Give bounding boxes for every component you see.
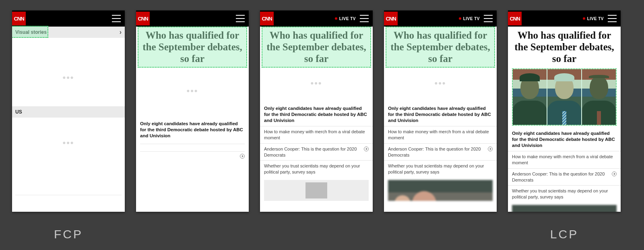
- story-link[interactable]: How to make money with merch from a vira…: [508, 151, 621, 168]
- live-tv-link[interactable]: LIVE TV: [335, 17, 356, 21]
- story-link[interactable]: Whether you trust scientists may depend …: [260, 160, 373, 178]
- live-dot-icon: [459, 17, 461, 20]
- story-text: How to make money with merch from a vira…: [512, 154, 617, 166]
- header-actions: LIVE TV: [335, 15, 369, 22]
- story-text: Whether you trust scientists may depend …: [264, 163, 369, 175]
- article-subhead[interactable]: Only eight candidates have already quali…: [260, 103, 373, 126]
- live-dot-icon: [335, 17, 337, 20]
- header-actions: [112, 15, 121, 22]
- chevron-right-icon: ›: [120, 29, 122, 36]
- live-tv-label: LIVE TV: [463, 17, 480, 21]
- story-link[interactable]: Anderson Cooper: This is the question fo…: [508, 168, 621, 186]
- brand-logo[interactable]: CNN: [136, 12, 150, 25]
- fcp-highlight: [12, 26, 48, 38]
- app-header: CNN: [12, 10, 125, 27]
- live-tv-label: LIVE TV: [339, 17, 356, 21]
- menu-icon[interactable]: [112, 15, 121, 22]
- frame-2: CNN Who has qualified for the September …: [136, 10, 249, 212]
- story-image[interactable]: [388, 180, 493, 201]
- live-tv-link[interactable]: LIVE TV: [583, 17, 604, 21]
- article-subhead[interactable]: Only eight candidates have already quali…: [508, 128, 621, 151]
- metric-caption: LCP: [508, 227, 621, 241]
- story-text: Whether you trust scientists may depend …: [388, 163, 493, 175]
- story-link[interactable]: Anderson Cooper: This is the question fo…: [384, 143, 497, 161]
- story-text: Whether you trust scientists may depend …: [512, 188, 617, 200]
- live-tv-label: LIVE TV: [587, 17, 604, 21]
- story-link[interactable]: Whether you trust scientists may depend …: [508, 185, 621, 202]
- menu-icon[interactable]: [608, 15, 617, 22]
- menu-icon[interactable]: [236, 15, 245, 22]
- loading-dots-icon: •••: [310, 79, 322, 91]
- loading-dots-icon: •••: [434, 79, 446, 91]
- frame-3: CNN LIVE TV Who has qualified for the Se…: [260, 10, 373, 212]
- story-link[interactable]: Whether you trust scientists may depend …: [384, 160, 497, 178]
- story-text: Anderson Cooper: This is the question fo…: [264, 146, 362, 158]
- header-actions: LIVE TV: [583, 15, 617, 22]
- video-play-icon: [488, 147, 493, 151]
- candidate-photo: [582, 69, 616, 125]
- article-subhead[interactable]: Only eight candidates have already quali…: [384, 103, 497, 126]
- placeholder-icon: [305, 182, 327, 198]
- frame-1: CNN Visual stories › ••• US •••: [12, 10, 125, 212]
- frame-4: CNN LIVE TV Who has qualified for the Se…: [384, 10, 497, 212]
- article-headline[interactable]: Who has qualified for the September deba…: [508, 27, 621, 67]
- hero-image[interactable]: [512, 68, 617, 126]
- brand-logo[interactable]: CNN: [12, 12, 26, 25]
- app-header: CNN: [136, 10, 249, 27]
- header-actions: [236, 15, 245, 22]
- candidate-photo: [547, 69, 581, 125]
- loading-dots-icon: •••: [12, 73, 125, 85]
- lcp-candidate-highlight: [262, 27, 371, 68]
- menu-icon[interactable]: [360, 15, 369, 22]
- story-link[interactable]: How to make money with merch from a vira…: [384, 126, 497, 143]
- lcp-candidate-highlight: [386, 27, 495, 68]
- brand-logo[interactable]: CNN: [384, 12, 398, 25]
- story-text: How to make money with merch from a vira…: [264, 129, 369, 141]
- video-play-icon: [364, 147, 369, 151]
- story-text: Anderson Cooper: This is the question fo…: [512, 171, 610, 183]
- story-text: How to make money with merch from a vira…: [388, 129, 493, 141]
- app-header: CNN LIVE TV: [384, 10, 497, 27]
- section-header-us[interactable]: US: [12, 106, 125, 118]
- story-text: Anderson Cooper: This is the question fo…: [388, 146, 486, 158]
- article-subhead[interactable]: Only eight candidates have already quali…: [136, 118, 249, 141]
- candidate-photo: [513, 69, 547, 125]
- loading-dots-icon: •••: [186, 87, 198, 99]
- video-play-icon: [612, 171, 617, 176]
- app-header: CNN LIVE TV: [508, 10, 621, 27]
- brand-logo[interactable]: CNN: [508, 12, 522, 25]
- frame-5: CNN LIVE TV Who has qualified for the Se…: [508, 10, 621, 212]
- app-header: CNN LIVE TV: [260, 10, 373, 27]
- menu-icon[interactable]: [484, 15, 493, 22]
- video-play-icon: [240, 154, 245, 159]
- live-tv-link[interactable]: LIVE TV: [459, 17, 480, 21]
- story-image[interactable]: [512, 205, 617, 212]
- story-link[interactable]: Anderson Cooper: This is the question fo…: [260, 143, 373, 161]
- loading-dots-icon: •••: [12, 138, 125, 151]
- section-label: US: [15, 109, 22, 115]
- header-actions: LIVE TV: [459, 15, 493, 22]
- brand-logo[interactable]: CNN: [260, 12, 274, 25]
- image-placeholder: [264, 180, 369, 201]
- metric-caption: FCP: [12, 227, 125, 241]
- lcp-candidate-highlight: [138, 27, 247, 68]
- story-link[interactable]: How to make money with merch from a vira…: [260, 126, 373, 143]
- live-dot-icon: [583, 17, 585, 20]
